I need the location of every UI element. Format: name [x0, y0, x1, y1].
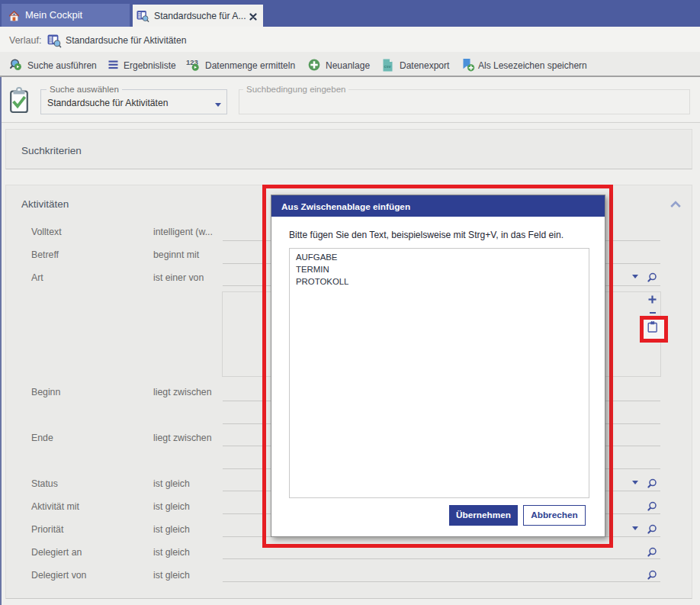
- svg-text:csv: csv: [384, 64, 392, 69]
